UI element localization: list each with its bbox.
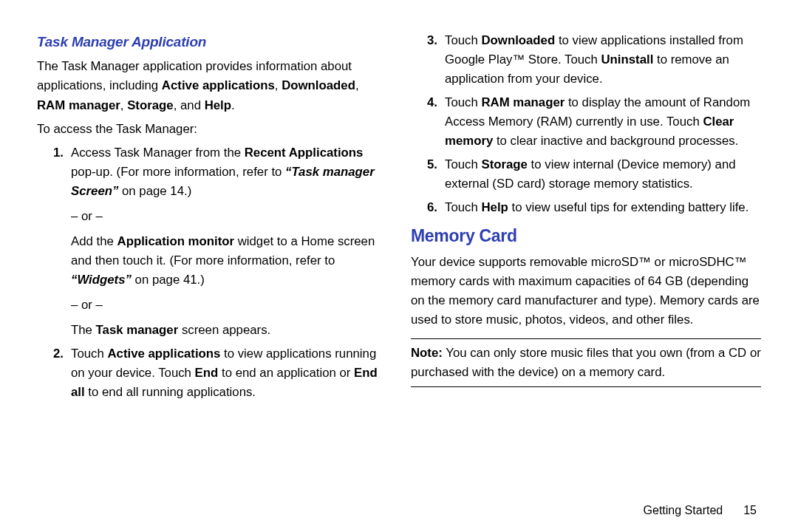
step-number: 3. (427, 31, 437, 50)
text: Touch (445, 33, 481, 47)
text: Add the (71, 234, 117, 248)
bold-text: Active applications (107, 347, 220, 361)
bold-text: Help (205, 98, 231, 112)
bold-text: Task manager (96, 323, 179, 337)
text: Touch (445, 157, 481, 171)
text: on page 41.) (132, 273, 205, 287)
bold-text: Downloaded (481, 33, 555, 47)
or-divider: – or – (71, 207, 387, 226)
left-column: Task Manager Application The Task Manage… (37, 31, 387, 504)
bold-text: End (195, 366, 219, 380)
list-item: 2. Touch Active applications to view app… (53, 344, 387, 402)
text: screen appears. (178, 323, 270, 337)
text: to clear inactive and background process… (493, 134, 738, 148)
text: to end all running applications. (85, 385, 256, 399)
text: Touch (445, 95, 481, 109)
step-number: 5. (427, 155, 437, 174)
bold-text: Help (481, 200, 508, 214)
text: , (355, 78, 359, 92)
bold-text: Recent Applications (245, 146, 364, 160)
bold-text: RAM manager (37, 98, 120, 112)
right-column: 3. Touch Downloaded to view applications… (411, 31, 761, 504)
section-heading-task-manager: Task Manager Application (37, 31, 387, 52)
xref: “Widgets” (71, 273, 132, 287)
bold-text: Application monitor (117, 234, 234, 248)
divider (411, 386, 761, 387)
step-number: 4. (427, 93, 437, 112)
text: . (231, 98, 235, 112)
bold-text: Storage (481, 157, 527, 171)
footer-page-number: 15 (743, 504, 757, 517)
steps-list-right: 3. Touch Downloaded to view applications… (411, 31, 761, 217)
note-text: Note: You can only store music files tha… (411, 344, 761, 382)
text: , (120, 98, 127, 112)
text: on page 14.) (118, 184, 191, 198)
footer-section: Getting Started (644, 504, 723, 517)
text: pop-up. (For more information, refer to (71, 165, 285, 179)
text: to end an application or (218, 366, 354, 380)
list-item: 5. Touch Storage to view internal (Devic… (427, 155, 761, 194)
page-footer: Getting Started 15 (37, 504, 761, 517)
step-number: 1. (53, 143, 64, 163)
steps-list-left: 1. Access Task Manager from the Recent A… (37, 143, 387, 402)
text: The (71, 323, 96, 337)
bold-text: RAM manager (481, 95, 565, 109)
list-item: 1. Access Task Manager from the Recent A… (53, 143, 387, 340)
section-heading-memory-card: Memory Card (411, 223, 761, 250)
step-number: 2. (53, 344, 64, 364)
text: , and (174, 98, 205, 112)
step-number: 6. (427, 198, 437, 217)
access-line: To access the Task Manager: (37, 120, 387, 139)
divider (411, 338, 761, 339)
text-block: Add the Application monitor widget to a … (71, 232, 387, 290)
text: Access Task Manager from the (71, 146, 245, 160)
list-item: 4. Touch RAM manager to display the amou… (427, 93, 761, 151)
list-item: 3. Touch Downloaded to view applications… (427, 31, 761, 89)
or-divider: – or – (71, 296, 387, 315)
note-block: Note: You can only store music files tha… (411, 338, 761, 387)
text: Touch (445, 200, 481, 214)
text: , (275, 78, 282, 92)
intro-paragraph: The Task Manager application provides in… (37, 57, 387, 115)
text: to view useful tips for extending batter… (508, 200, 749, 214)
text-block: The Task manager screen appears. (71, 321, 387, 340)
bold-text: Storage (127, 98, 173, 112)
list-item: 6. Touch Help to view useful tips for ex… (427, 198, 761, 217)
bold-text: Downloaded (282, 78, 355, 92)
bold-text: Active applications (162, 78, 275, 92)
memory-card-body: Your device supports removable microSD™ … (411, 253, 761, 330)
text: You can only store music files that you … (411, 346, 761, 379)
text: Touch (71, 347, 107, 361)
note-label: Note: (411, 346, 443, 360)
bold-text: Uninstall (601, 52, 653, 66)
